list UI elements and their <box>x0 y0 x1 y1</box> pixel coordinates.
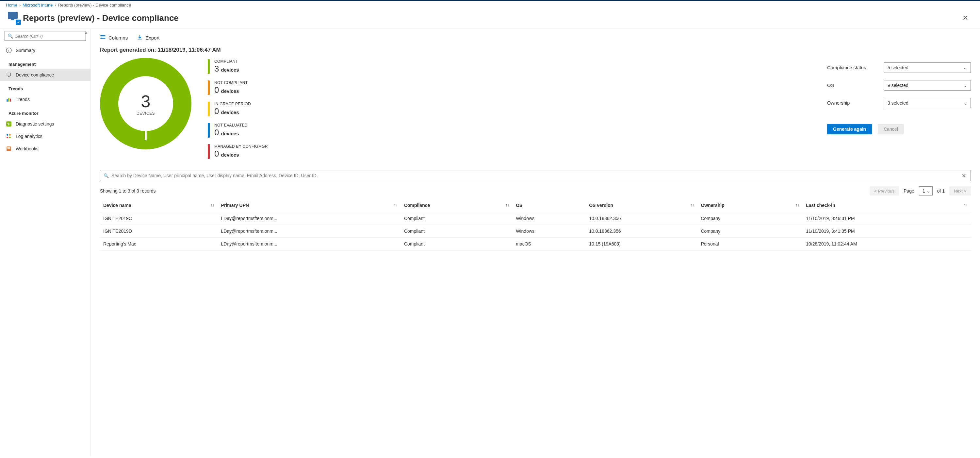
cancel-button[interactable]: Cancel <box>878 124 904 134</box>
nav-search[interactable]: 🔍 <box>5 31 86 41</box>
col-device-name-label: Device name <box>103 203 131 208</box>
col-compliance[interactable]: Compliance↑↓ <box>401 199 512 212</box>
status-count: 0 <box>214 128 219 138</box>
columns-icon <box>100 34 106 41</box>
status-unit: devices <box>221 67 239 73</box>
close-icon[interactable]: ✕ <box>960 13 971 24</box>
ownership-select[interactable]: 3 selected ⌄ <box>884 98 971 108</box>
svg-point-11 <box>6 137 8 138</box>
export-button[interactable]: Export <box>137 34 159 41</box>
collapse-nav-icon[interactable]: « <box>85 30 87 35</box>
report-generated-on: Report generated on: 11/18/2019, 11:06:4… <box>100 47 971 53</box>
breadcrumb-current: Reports (preview) - Device compliance <box>58 3 131 8</box>
nav-workbooks[interactable]: Workbooks <box>0 142 91 155</box>
cell-compliance: Compliant <box>401 238 512 251</box>
nav-device-compliance[interactable]: Device compliance <box>0 69 91 81</box>
compliance-status-select[interactable]: 5 selected ⌄ <box>884 62 971 73</box>
os-label: OS <box>827 83 876 88</box>
donut-total-label: DEVICES <box>137 111 155 116</box>
table-row[interactable]: Reporting's MacLDay@reportmsftem.onm...C… <box>100 238 971 251</box>
nav-trends-label: Trends <box>16 97 30 102</box>
cell-compliance: Compliant <box>401 225 512 238</box>
info-icon <box>6 48 12 53</box>
cell-last-checkin: 11/10/2019, 3:41:35 PM <box>803 225 971 238</box>
page-select[interactable]: 1 ⌄ <box>919 186 932 195</box>
table-search[interactable]: 🔍 ✕ <box>100 170 971 181</box>
svg-point-10 <box>9 134 11 136</box>
cell-device-name: Reporting's Mac <box>100 238 218 251</box>
clear-search-icon[interactable]: ✕ <box>960 172 967 179</box>
nav-section-management: management <box>0 57 91 69</box>
col-compliance-label: Compliance <box>404 203 430 208</box>
col-ownership-label: Ownership <box>701 203 724 208</box>
status-count: 0 <box>214 85 219 95</box>
col-ownership[interactable]: Ownership↑↓ <box>697 199 803 212</box>
sort-icon: ↑↓ <box>795 203 799 207</box>
nav-diagnostic-settings[interactable]: Diagnostic settings <box>0 118 91 130</box>
prev-page-button[interactable]: < Previous <box>870 186 899 195</box>
table-body: IGNITE2019CLDay@reportmsftem.onm...Compl… <box>100 212 971 251</box>
donut-chart: 3 DEVICES <box>100 58 191 149</box>
device-table: Device name↑↓ Primary UPN↑↓ Compliance↑↓… <box>100 199 971 251</box>
svg-rect-15 <box>8 148 10 149</box>
svg-rect-2 <box>8 49 9 50</box>
heartbeat-icon <box>6 121 12 127</box>
col-last-checkin-label: Last check-in <box>806 203 835 208</box>
nav-section-trends: Trends <box>0 81 91 93</box>
nav-summary[interactable]: Summary <box>0 44 91 57</box>
cell-os: Windows <box>512 225 586 238</box>
col-primary-upn[interactable]: Primary UPN↑↓ <box>218 199 401 212</box>
nav-loganalytics-label: Log analytics <box>16 134 43 139</box>
nav-workbooks-label: Workbooks <box>16 146 38 152</box>
page-title: Reports (preview) - Device compliance <box>23 13 179 23</box>
cell-os: macOS <box>512 238 586 251</box>
ownership-label: Ownership <box>827 101 876 105</box>
cell-last-checkin: 10/28/2019, 11:02:44 AM <box>803 238 971 251</box>
status-unit: devices <box>221 110 239 115</box>
chevron-down-icon: ⌄ <box>926 188 930 193</box>
status-count: 0 <box>214 106 219 116</box>
sort-icon: ↑↓ <box>505 203 509 207</box>
svg-rect-3 <box>7 73 10 76</box>
col-os[interactable]: OS <box>512 199 586 212</box>
next-page-button[interactable]: Next > <box>949 186 971 195</box>
cell-ownership: Company <box>697 212 803 225</box>
status-label: NOT EVALUATED <box>214 123 248 128</box>
status-unit: devices <box>221 152 239 158</box>
table-row[interactable]: IGNITE2019DLDay@reportmsftem.onm...Compl… <box>100 225 971 238</box>
col-os-label: OS <box>516 203 522 208</box>
table-row[interactable]: IGNITE2019CLDay@reportmsftem.onm...Compl… <box>100 212 971 225</box>
table-search-input[interactable] <box>111 173 960 178</box>
breadcrumb-sep: › <box>19 3 21 8</box>
nav-log-analytics[interactable]: Log analytics <box>0 130 91 142</box>
status-label: IN GRACE PERIOD <box>214 102 251 106</box>
columns-button[interactable]: Columns <box>100 34 128 41</box>
main-content: Columns Export Report generated on: 11/1… <box>91 29 980 456</box>
svg-rect-7 <box>10 99 11 102</box>
col-last-checkin[interactable]: Last check-in↑↓ <box>803 199 971 212</box>
os-select[interactable]: 9 selected ⌄ <box>884 80 971 91</box>
download-icon <box>137 34 143 41</box>
nav-search-input[interactable] <box>15 34 83 38</box>
status-color-bar <box>208 102 210 116</box>
status-item: COMPLIANT3devices <box>208 59 268 74</box>
cell-compliance: Compliant <box>401 212 512 225</box>
sort-icon: ↑↓ <box>964 203 967 207</box>
cell-ownership: Company <box>697 225 803 238</box>
chevron-down-icon: ⌄ <box>963 101 967 105</box>
generate-again-button[interactable]: Generate again <box>827 124 872 134</box>
status-unit: devices <box>221 131 239 136</box>
svg-rect-4 <box>8 76 10 77</box>
col-device-name[interactable]: Device name↑↓ <box>100 199 218 212</box>
nav-trends[interactable]: Trends <box>0 93 91 105</box>
device-compliance-icon: ✓ <box>8 12 20 24</box>
status-label: MANAGED BY CONFIGMGR <box>214 144 268 149</box>
cell-os: Windows <box>512 212 586 225</box>
status-unit: devices <box>221 88 239 94</box>
cell-os-version: 10.0.18362.356 <box>586 212 697 225</box>
col-os-version[interactable]: OS version↑↓ <box>586 199 697 212</box>
pagination: < Previous Page 1 ⌄ of 1 Next > <box>870 186 971 195</box>
cell-os-version: 10.15 (19A603) <box>586 238 697 251</box>
breadcrumb-intune[interactable]: Microsoft Intune <box>22 3 53 8</box>
breadcrumb-home[interactable]: Home <box>6 3 18 8</box>
